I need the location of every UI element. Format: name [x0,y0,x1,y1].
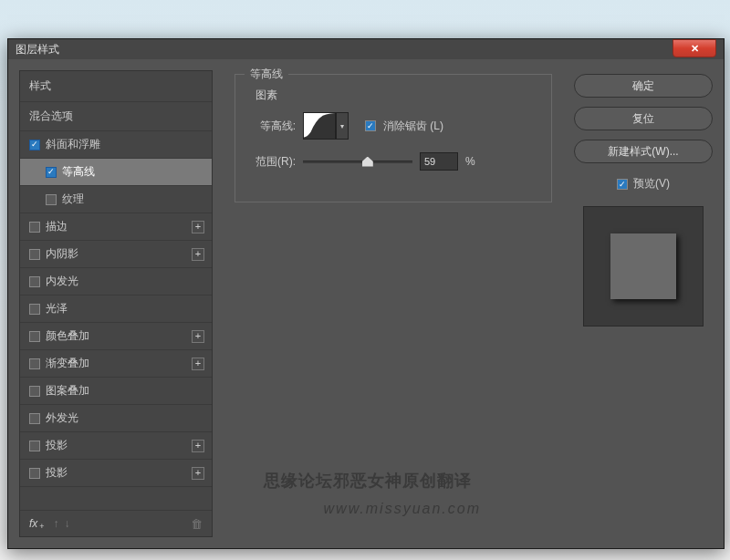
ok-button[interactable]: 确定 [574,74,713,98]
contour-curve-icon [304,113,335,139]
add-effect-icon[interactable]: + [192,358,204,370]
style-label: 内阴影 [46,246,78,262]
style-checkbox[interactable] [29,304,40,315]
add-effect-icon[interactable]: + [192,330,204,343]
style-label: 内发光 [46,274,78,289]
add-effect-icon[interactable]: + [192,248,204,261]
preview-swatch [610,233,676,299]
contour-picker[interactable]: ▾ [303,112,349,140]
contour-row: 等高线: ▾ 消除锯齿 (L) [246,112,540,140]
style-checkbox[interactable] [29,358,40,369]
contour-group: 等高线 图素 等高线: ▾ 消除锯齿 (L) [235,74,552,202]
range-unit: % [465,155,475,168]
style-item[interactable]: 斜面和浮雕 [20,131,212,159]
action-panel: 确定 复位 新建样式(W)... 预览(V) [574,70,713,537]
range-input[interactable] [420,152,458,171]
preview-checkbox[interactable] [617,179,628,190]
element-label: 图素 [256,88,540,103]
blend-options[interactable]: 混合选项 [20,102,212,131]
style-checkbox[interactable] [29,331,40,342]
style-item[interactable]: 渐变叠加+ [20,350,212,378]
antialias-label: 消除锯齿 (L) [383,119,443,134]
contour-label: 等高线: [246,119,296,134]
reset-button[interactable]: 复位 [574,107,713,130]
reorder-arrows: ↑ ↓ [54,517,70,530]
settings-panel: 等高线 图素 等高线: ▾ 消除锯齿 (L) [224,70,563,537]
contour-dropdown-icon[interactable]: ▾ [336,112,349,140]
style-item[interactable]: 外发光 [20,405,212,432]
style-label: 图案叠加 [46,383,89,399]
fx-label[interactable]: fx [29,517,37,530]
style-checkbox[interactable] [29,386,40,397]
style-checkbox[interactable] [29,276,40,287]
styles-footer: fx + ↑ ↓ 🗑 [20,510,212,536]
add-effect-icon[interactable]: + [192,440,204,452]
style-checkbox[interactable] [29,441,40,451]
style-checkbox[interactable] [29,222,40,233]
style-label: 投影 [46,465,68,481]
style-label: 描边 [46,219,68,234]
style-label: 颜色叠加 [46,328,89,344]
style-item[interactable]: 光泽 [20,296,212,323]
preview-row: 预览(V) [574,176,713,192]
style-item[interactable]: 内阴影+ [20,241,212,268]
fx-subscript: + [39,522,44,531]
style-checkbox[interactable] [46,167,57,178]
styles-header[interactable]: 样式 [20,71,212,102]
style-label: 等高线 [62,164,95,180]
style-item[interactable]: 投影+ [20,432,212,460]
dialog-content: 样式 混合选项 斜面和浮雕等高线纹理描边+内阴影+内发光光泽颜色叠加+渐变叠加+… [8,59,724,548]
layer-style-dialog: 图层样式 ✕ 样式 混合选项 斜面和浮雕等高线纹理描边+内阴影+内发光光泽颜色叠… [7,38,725,549]
titlebar: 图层样式 ✕ [8,39,724,59]
style-label: 纹理 [62,192,84,207]
style-label: 渐变叠加 [46,356,89,371]
style-checkbox[interactable] [46,194,57,205]
style-checkbox[interactable] [29,249,40,260]
antialias-checkbox[interactable] [365,120,376,131]
range-row: 范围(R): % [246,152,540,171]
close-icon: ✕ [691,43,699,55]
style-checkbox[interactable] [29,140,40,150]
style-checkbox[interactable] [29,468,40,479]
range-slider[interactable] [303,161,412,163]
style-item[interactable]: 等高线 [20,159,212,186]
arrow-down-icon[interactable]: ↓ [65,517,70,530]
style-item[interactable]: 投影+ [20,460,212,487]
watermark-text-2: www.missyuan.com [324,501,481,517]
style-label: 光泽 [46,301,68,316]
new-style-button[interactable]: 新建样式(W)... [574,140,713,163]
style-checkbox[interactable] [29,413,40,424]
styles-list-panel: 样式 混合选项 斜面和浮雕等高线纹理描边+内阴影+内发光光泽颜色叠加+渐变叠加+… [19,70,213,537]
range-label: 范围(R): [246,154,296,170]
arrow-up-icon[interactable]: ↑ [54,517,59,530]
style-label: 斜面和浮雕 [46,137,100,152]
preview-box [583,206,704,327]
style-item[interactable]: 纹理 [20,186,212,213]
range-slider-thumb[interactable] [362,157,373,167]
style-item[interactable]: 颜色叠加+ [20,323,212,350]
contour-preview [303,112,336,140]
contour-group-title: 等高线 [245,67,288,82]
style-label: 外发光 [46,410,78,426]
style-item[interactable]: 图案叠加 [20,378,212,405]
add-effect-icon[interactable]: + [192,467,204,480]
style-item[interactable]: 内发光 [20,268,212,296]
dialog-title: 图层样式 [16,42,59,57]
watermark-text-1: 思缘论坛邪恶女神原创翻译 [264,470,472,492]
style-label: 投影 [46,438,68,453]
trash-icon[interactable]: 🗑 [191,517,203,531]
close-button[interactable]: ✕ [673,39,716,57]
style-item[interactable]: 描边+ [20,213,212,241]
add-effect-icon[interactable]: + [192,221,204,233]
preview-label: 预览(V) [633,176,670,192]
